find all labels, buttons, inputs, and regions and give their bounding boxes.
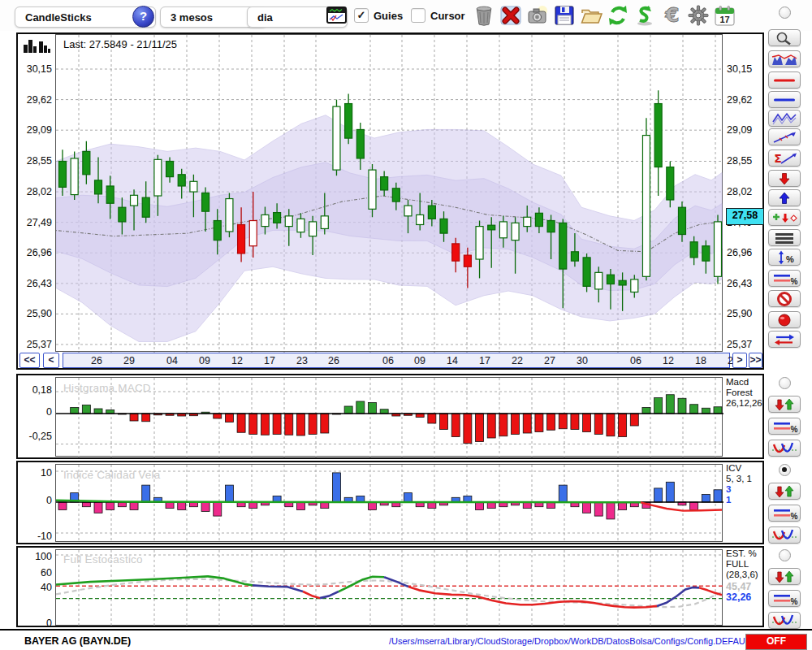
y-axis-label: 25,90 [23,308,52,319]
date-tick-label: 06 [382,355,394,366]
help-glyph: ? [140,9,147,23]
macd-right-line: 26,12,26 [726,398,762,409]
y-axis-label: 29,09 [727,124,752,136]
main-chart-plot[interactable] [55,34,723,352]
nav-prev-button[interactable]: < [43,353,59,368]
cursor-checkbox[interactable]: Cursor [411,8,465,23]
macd-right-line: Forest [726,388,762,398]
save-floppy-button[interactable] [553,4,576,27]
swap-arrows-button[interactable] [768,331,801,348]
main-panel-radio[interactable] [779,6,791,19]
off-toggle-button[interactable]: OFF [745,634,807,650]
macd-right-label: MacdForest26,12,26 [726,377,762,409]
nav-last-button[interactable]: >> [749,353,762,368]
delete-red-x-button[interactable] [499,4,522,27]
icv-y-label: -10 [21,531,52,542]
trend-arrow-button[interactable] [768,128,801,145]
arrow-up-blue-button[interactable] [768,189,801,206]
macd-hlines-percent-button[interactable]: % [768,418,801,435]
open-folder-button[interactable] [580,6,603,28]
triple-lines-button[interactable] [768,229,801,246]
config-path-label: /Users/mserra/Library/CloudStorage/Dropb… [389,636,771,646]
date-tick-label: 22 [512,355,523,366]
help-button[interactable]: ? [132,6,154,28]
macd-y-label: 0,18 [21,384,52,396]
sync-button[interactable] [633,4,656,27]
icv-y-label: 0 [21,495,52,506]
y-axis-label: 25,37 [23,339,52,350]
stoch-svg [56,550,723,626]
cursor-label: Cursor [430,10,465,22]
refresh-button[interactable] [607,4,629,27]
euro-button[interactable]: € [660,4,683,27]
icv-panel: Indice Calidad Vela 100-10 ICV5, 3, 131 [16,461,764,544]
current-price-tag: 27,58 [726,208,764,225]
macd-right-line: Macd [726,377,762,388]
trash-button[interactable] [473,4,495,27]
vrange-percent-button[interactable]: % [768,249,801,266]
icv-right-line: 5, 3, 1 [726,474,752,484]
guides-checkbox[interactable]: ✓ Guies [354,8,403,23]
date-tick-label: 14 [447,355,458,366]
macd-vcurves-button[interactable] [768,440,801,457]
calendar-button[interactable]: 17 [714,5,736,28]
stoch-hlines-percent-button[interactable]: % [768,590,801,607]
macd-title: Histgrama MACD [63,382,151,394]
nav-first-button[interactable]: << [19,353,40,368]
blue-hline-button[interactable] [768,91,801,108]
date-tick-label: 17 [479,355,490,366]
record-button[interactable] [768,311,801,328]
svg-text:%: % [791,425,798,434]
arrow-down-red-button[interactable] [768,170,801,187]
icv-y-label: 10 [21,467,52,479]
date-tick-label: 26 [328,355,339,366]
icv-panel-radio[interactable] [779,464,791,476]
stoch-panel-radio[interactable] [779,549,791,561]
chart-settings-button[interactable] [326,6,347,27]
zigzag-channel-button[interactable] [768,110,801,127]
toolbar: CandleSticks ? 3 mesos dia ✓ Guies Curso… [0,0,812,31]
macd-panel-radio[interactable] [779,377,791,389]
date-tick-label: 12 [663,355,674,366]
histogram-mini-icon [23,37,52,58]
sigma-trend-button[interactable]: Σ [768,150,801,167]
y-axis-label: 26,43 [23,278,52,289]
stoch-plot[interactable] [55,549,723,626]
stoch-arrows-red-green-button[interactable] [768,568,801,585]
zoom-button[interactable] [768,29,801,46]
svg-text:17: 17 [719,15,729,24]
icv-hlines-percent-button[interactable]: % [768,505,801,522]
add-marker-button[interactable] [768,209,801,226]
gear-button[interactable] [687,4,710,27]
stoch-vcurves-button[interactable] [768,612,801,629]
y-axis-label: 30,15 [727,63,752,75]
toolbar-icons: €17 [473,4,741,30]
stoch-right-label: EST. %FULL(28,3,6)45,4732,26 [726,548,758,603]
y-axis-label: 29,62 [727,94,752,106]
y-axis-label: 30,15 [23,63,52,75]
y-axis-label: 29,09 [23,124,52,136]
status-bar: BAYER AG (BAYN.DE) /Users/mserra/Library… [0,629,812,650]
date-axis-strip[interactable]: 26290409121723260609141722273006121821 [63,353,730,368]
y-axis-label: 26,96 [727,247,752,258]
stoch-panel: Full Estocastico 10060400 EST. %FULL(28,… [16,546,764,627]
y-axis-label: 26,43 [727,278,752,289]
icv-vcurves-button[interactable] [768,526,801,544]
hlines-percent-button[interactable]: % [768,270,801,287]
macd-y-label: -0,25 [21,431,52,442]
camera-button[interactable] [526,4,549,27]
icv-arrows-red-green-button[interactable] [768,483,801,500]
macd-arrows-red-green-button[interactable] [768,396,801,413]
stoch-y-label: 0 [21,618,52,629]
icv-title: Indice Calidad Vela [63,469,160,481]
red-hline-button[interactable] [768,72,801,89]
y-axis-label: 29,62 [23,94,52,106]
macd-plot[interactable] [55,377,723,457]
stoch-y-label: 100 [21,551,52,562]
date-tick-label: 17 [264,355,275,366]
y-axis-label: 28,55 [727,155,752,167]
no-entry-button[interactable] [768,290,801,307]
area-chart-button[interactable] [768,50,801,67]
y-axis-label: 25,37 [727,339,752,350]
nav-next-button[interactable]: > [732,353,747,368]
